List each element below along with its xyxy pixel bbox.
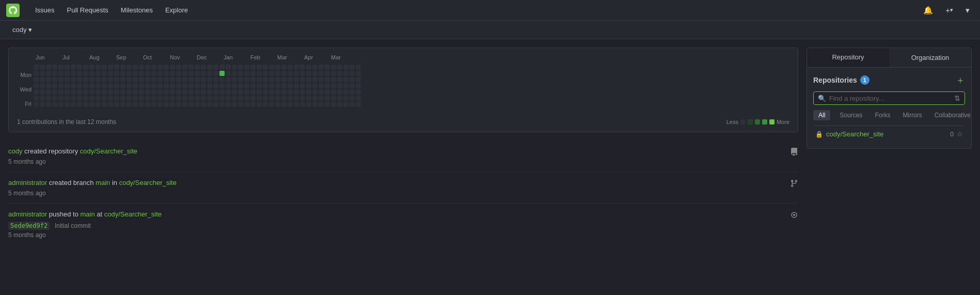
contrib-cell[interactable] [83,83,88,88]
app-logo[interactable] [6,4,20,17]
contrib-cell[interactable] [102,71,107,76]
contrib-cell[interactable] [46,83,51,88]
contrib-cell[interactable] [96,65,101,70]
filter-button[interactable]: ⇅ [954,94,960,102]
contrib-cell[interactable] [306,77,311,82]
commit-hash[interactable]: 5ede9ed9f2 [8,222,50,230]
nav-explore[interactable]: Explore [160,4,193,16]
contrib-cell[interactable] [201,77,206,82]
contrib-cell[interactable] [213,83,218,88]
contrib-cell[interactable] [102,89,107,95]
contrib-cell[interactable] [176,89,181,95]
contrib-cell[interactable] [77,77,82,82]
contrib-cell[interactable] [325,102,330,107]
contrib-cell[interactable] [52,71,57,76]
contrib-cell[interactable] [40,71,45,76]
contrib-cell[interactable] [325,96,330,101]
contrib-cell[interactable] [250,71,256,76]
contrib-cell[interactable] [40,89,45,95]
contrib-cell[interactable] [275,65,280,70]
contrib-cell[interactable] [127,65,132,70]
contrib-cell[interactable] [257,77,262,82]
contrib-cell[interactable] [300,83,305,88]
contrib-cell[interactable] [337,71,342,76]
contrib-cell[interactable] [300,65,305,70]
contrib-cell[interactable] [176,83,181,88]
contrib-cell[interactable] [232,102,237,107]
tab-repository[interactable]: Repository [807,48,889,67]
contrib-cell[interactable] [343,65,349,70]
contrib-cell[interactable] [46,89,51,95]
contrib-cell[interactable] [226,71,231,76]
contrib-cell[interactable] [356,96,361,101]
contrib-cell[interactable] [238,83,243,88]
contrib-cell[interactable] [40,65,45,70]
contrib-cell[interactable] [108,77,113,82]
contrib-cell[interactable] [195,83,200,88]
contrib-cell[interactable] [288,96,293,101]
contrib-cell[interactable] [257,89,262,95]
contrib-cell[interactable] [176,77,181,82]
contrib-cell[interactable] [337,96,342,101]
contrib-cell[interactable] [52,102,57,107]
contrib-cell[interactable] [170,65,175,70]
contrib-cell[interactable] [325,83,330,88]
contrib-cell[interactable] [219,77,225,82]
contrib-cell[interactable] [356,65,361,70]
contrib-cell[interactable] [151,83,156,88]
contrib-cell[interactable] [288,71,293,76]
contrib-cell[interactable] [151,96,156,101]
user-context-selector[interactable]: cody ▾ [8,24,36,36]
contrib-cell[interactable] [114,102,119,107]
contrib-cell[interactable] [269,102,274,107]
contrib-cell[interactable] [34,77,39,82]
contrib-cell[interactable] [188,71,194,76]
contrib-cell[interactable] [164,102,169,107]
contrib-cell[interactable] [294,65,299,70]
contrib-cell[interactable] [58,89,64,95]
contrib-cell[interactable] [34,102,39,107]
contrib-cell[interactable] [337,65,342,70]
contrib-cell[interactable] [300,77,305,82]
contrib-cell[interactable] [83,77,88,82]
nav-milestones[interactable]: Milestones [116,4,158,16]
contrib-cell[interactable] [350,65,355,70]
contrib-cell[interactable] [294,77,299,82]
activity-user-admin-2[interactable]: administrator [8,210,47,218]
contrib-cell[interactable] [65,83,70,88]
contrib-cell[interactable] [195,89,200,95]
star-icon[interactable]: ☆ [957,130,963,138]
activity-repo-link-3[interactable]: cody/Searcher_site [104,210,162,218]
contrib-cell[interactable] [102,77,107,82]
contrib-cell[interactable] [325,77,330,82]
contrib-cell[interactable] [288,77,293,82]
contrib-cell[interactable] [250,77,256,82]
nav-pull-requests[interactable]: Pull Requests [62,4,114,16]
contrib-cell[interactable] [102,83,107,88]
contrib-cell[interactable] [114,71,119,76]
user-menu-button[interactable]: ▾ [961,4,974,17]
contrib-cell[interactable] [337,89,342,95]
contrib-cell[interactable] [263,89,268,95]
contrib-cell[interactable] [201,65,206,70]
contrib-cell[interactable] [71,83,76,88]
contrib-cell[interactable] [133,83,138,88]
contrib-cell[interactable] [89,102,94,107]
contrib-cell[interactable] [281,77,287,82]
filter-tab-forks[interactable]: Forks [870,110,895,120]
contrib-cell[interactable] [269,83,274,88]
contrib-cell[interactable] [226,77,231,82]
contrib-cell[interactable] [139,102,144,107]
contrib-cell[interactable] [257,71,262,76]
contrib-cell[interactable] [331,83,336,88]
contrib-cell[interactable] [356,102,361,107]
contrib-cell[interactable] [213,89,218,95]
contrib-cell[interactable] [238,102,243,107]
contrib-cell[interactable] [207,89,212,95]
contrib-cell[interactable] [343,89,349,95]
contrib-cell[interactable] [65,89,70,95]
contrib-cell[interactable] [219,83,225,88]
contrib-cell[interactable] [207,102,212,107]
contrib-cell[interactable] [238,65,243,70]
contrib-cell[interactable] [96,71,101,76]
